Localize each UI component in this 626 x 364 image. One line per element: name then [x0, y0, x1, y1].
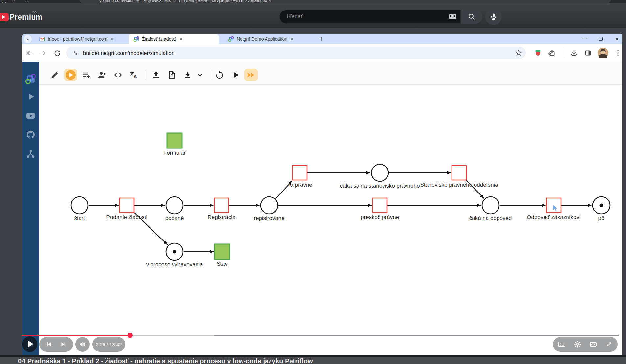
video-frame[interactable]: ⌄ Inbox - petriflow@netgrif.com × Žiados…: [0, 28, 626, 355]
tab-netgrif-demo[interactable]: Netgrif Demo Application ×: [223, 34, 312, 44]
video-bottom-edge: [0, 355, 626, 357]
subtitles-icon[interactable]: [558, 340, 566, 348]
reload-icon[interactable]: [53, 49, 61, 57]
download-icon[interactable]: [183, 70, 192, 80]
tab-title: Inbox - petriflow@netgrif.com: [48, 36, 107, 42]
github-icon[interactable]: [26, 130, 35, 140]
settings-gear-icon[interactable]: [573, 340, 582, 348]
profile-avatar[interactable]: [598, 48, 608, 58]
expand-more-icon[interactable]: [196, 70, 204, 80]
player-prev-next: [39, 337, 73, 352]
side-panel-icon[interactable]: [584, 49, 592, 57]
import-file-icon[interactable]: [167, 70, 176, 80]
outer-home-icon[interactable]: ⌂: [12, 0, 15, 3]
tab-title: Žiadosť (ziadost): [142, 36, 176, 42]
outer-browser-urlbar: ◯ ⌂ youtube.com/watch?v=fiBDjONKSZMf&lis…: [0, 0, 626, 3]
maximize-icon[interactable]: [599, 37, 603, 41]
address-bar[interactable]: builder.netgrif.com/modeler/simulation: [66, 47, 526, 59]
netgrif-icon: [133, 36, 139, 42]
gmail-icon: [39, 37, 45, 41]
youtube-masthead: Premium SK: [0, 3, 626, 28]
youtube-icon[interactable]: [26, 111, 35, 121]
region-code: SK: [32, 10, 37, 14]
fullscreen-icon[interactable]: [605, 340, 613, 348]
youtube-logo-icon[interactable]: [0, 13, 9, 21]
tab-close-icon[interactable]: ×: [111, 36, 114, 42]
tab-strip: ⌄ Inbox - petriflow@netgrif.com × Žiados…: [22, 34, 626, 44]
toolbar-divider: [211, 70, 211, 80]
url-text[interactable]: builder.netgrif.com/modeler/simulation: [83, 50, 174, 56]
outer-url-field[interactable]: youtube.com/watch?v=fiBDjONKSZMf&list=PL…: [79, 0, 611, 3]
fire-transition-icon[interactable]: [231, 70, 240, 80]
upload-icon[interactable]: [151, 70, 161, 80]
tab-title: Netgrif Demo Application: [237, 36, 287, 42]
progress-played[interactable]: [22, 335, 130, 336]
volume-icon: [79, 340, 86, 348]
forward-icon[interactable]: [39, 49, 47, 57]
search-bar[interactable]: [279, 10, 461, 24]
previous-icon[interactable]: [45, 340, 53, 348]
search-input[interactable]: [280, 14, 449, 20]
play-icon[interactable]: [26, 92, 35, 102]
bookmark-star-icon[interactable]: [515, 49, 522, 57]
progress-remaining[interactable]: [214, 335, 619, 336]
adblock-extension-icon[interactable]: [534, 49, 542, 57]
mic-button[interactable]: [485, 9, 502, 25]
extensions-puzzle-icon[interactable]: [548, 49, 556, 57]
fast-forward-icon[interactable]: [246, 70, 256, 80]
player-volume[interactable]: [75, 337, 90, 352]
tab-search-button[interactable]: ⌄: [24, 35, 32, 43]
tab-gmail[interactable]: Inbox - petriflow@netgrif.com ×: [35, 34, 123, 44]
netgrif-icon: [228, 36, 234, 42]
person-add-icon[interactable]: [97, 70, 106, 80]
app-main: A: [39, 62, 626, 355]
youtube-premium-wordmark[interactable]: Premium: [10, 13, 43, 22]
edit-pencil-icon[interactable]: [50, 70, 59, 80]
app-sidebar: [22, 62, 39, 355]
process-tree-icon[interactable]: [26, 149, 35, 159]
outer-tabs-icon[interactable]: [25, 0, 28, 2]
player-play-button[interactable]: [22, 336, 37, 352]
outer-circle-icon[interactable]: ◯: [1, 0, 7, 3]
toolbar-divider: [145, 70, 145, 80]
player-right-controls: [553, 337, 618, 352]
downloads-icon[interactable]: [570, 49, 578, 57]
site-info-icon[interactable]: [72, 50, 79, 56]
tab-close-icon[interactable]: ×: [180, 36, 183, 42]
code-icon[interactable]: [113, 70, 123, 80]
menu-dots-icon[interactable]: [614, 49, 622, 57]
minimize-icon[interactable]: [582, 39, 587, 39]
mouse-cursor-icon: [552, 204, 560, 213]
modeler-toolbar: A: [39, 62, 626, 85]
svg-text:A: A: [133, 74, 137, 79]
translate-icon[interactable]: A: [129, 70, 138, 80]
mic-icon: [490, 13, 498, 21]
screenshot-root: ◯ ⌂ youtube.com/watch?v=fiBDjONKSZMf&lis…: [0, 0, 626, 364]
progress-scrubber[interactable]: [128, 333, 133, 338]
search-icon: [468, 13, 475, 21]
netgrif-logo[interactable]: [25, 73, 36, 84]
next-icon[interactable]: [60, 340, 68, 348]
video-right-edge: [622, 28, 626, 355]
close-icon[interactable]: ×: [615, 36, 619, 42]
toolbar-divider: [563, 49, 563, 57]
tab-ziadost[interactable]: Žiadosť (ziadost) ×: [129, 34, 219, 44]
window-controls: ×: [582, 34, 619, 44]
video-title: 04 Prednáška 1 - Príklad 2 - žiadosť - n…: [0, 357, 626, 364]
back-icon[interactable]: [25, 49, 33, 57]
browser-toolbar: builder.netgrif.com/modeler/simulation: [22, 44, 626, 62]
keyboard-icon[interactable]: [449, 14, 456, 19]
tab-close-icon[interactable]: ×: [290, 36, 293, 42]
reset-icon[interactable]: [215, 70, 224, 80]
progress-buffered[interactable]: [130, 335, 214, 336]
recorded-chrome-window: ⌄ Inbox - petriflow@netgrif.com × Žiados…: [22, 34, 626, 355]
embed-icon[interactable]: [589, 340, 597, 348]
simulation-mode-icon[interactable]: [66, 70, 76, 80]
playlist-add-icon[interactable]: [82, 70, 91, 80]
new-tab-button[interactable]: +: [317, 35, 326, 43]
search-button[interactable]: [461, 10, 482, 24]
player-time: 2:29 / 13:42: [92, 337, 125, 352]
